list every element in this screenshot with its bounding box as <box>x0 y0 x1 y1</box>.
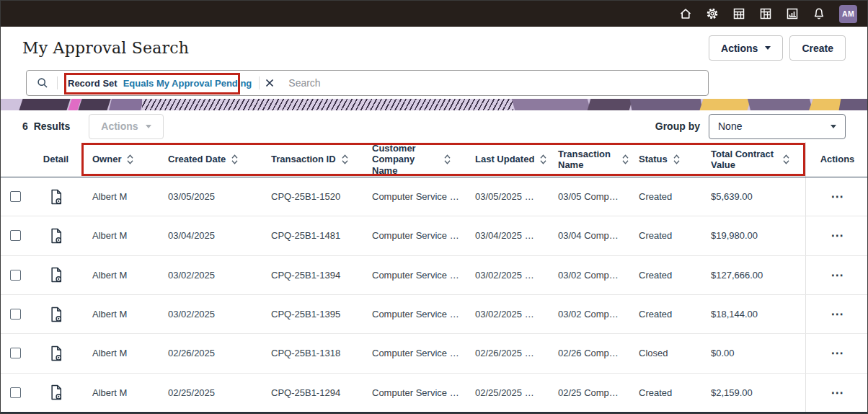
cell-transaction-id: CPQ-25B1-1318 <box>261 348 362 358</box>
page-title: My Approval Search <box>22 39 189 57</box>
cell-transaction-id: CPQ-25B1-1481 <box>261 230 362 241</box>
cell-status: Closed <box>629 348 701 358</box>
detail-document-icon[interactable] <box>50 189 63 205</box>
sort-icon[interactable] <box>342 154 348 164</box>
column-header-label: Last Updated <box>475 154 534 164</box>
column-header-transaction_name[interactable]: Transaction Name <box>548 142 629 177</box>
column-header-label: Total Contract Value <box>711 149 777 171</box>
sort-icon[interactable] <box>444 154 451 164</box>
table-row: Albert M 03/04/2025 CPQ-25B1-1481 Comput… <box>1 216 867 255</box>
banner-shape <box>109 99 143 110</box>
banner-hatch-pattern <box>142 99 513 110</box>
row-checkbox[interactable] <box>10 309 21 320</box>
cell-customer-company-name: Computer Service … <box>362 348 465 358</box>
bar-chart-icon[interactable] <box>786 7 799 20</box>
row-actions-ellipsis-icon[interactable]: ⋯ <box>825 188 850 206</box>
row-checkbox[interactable] <box>10 387 21 398</box>
row-checkbox[interactable] <box>10 348 21 358</box>
global-top-bar: AM <box>1 1 867 27</box>
table-row: Albert M 03/05/2025 CPQ-25B1-1520 Comput… <box>1 177 867 216</box>
sort-icon[interactable] <box>231 154 238 164</box>
cell-transaction-name: 03/02 Comp… <box>548 309 629 320</box>
table-actions-dropdown-button[interactable]: Actions <box>89 114 163 139</box>
sort-icon[interactable] <box>673 154 680 164</box>
detail-document-icon[interactable] <box>50 228 63 244</box>
cell-transaction-name: 03/04 Comp… <box>548 230 629 241</box>
cell-owner: Albert M <box>82 270 158 281</box>
column-header-status[interactable]: Status <box>629 142 701 177</box>
table-body: Albert M 03/05/2025 CPQ-25B1-1520 Comput… <box>1 177 867 412</box>
cell-owner: Albert M <box>82 348 158 358</box>
results-count-number: 6 <box>22 120 28 132</box>
cell-last-updated: 02/25/2025 … <box>465 387 548 398</box>
close-x-icon[interactable] <box>260 79 281 87</box>
column-header-select <box>1 142 30 177</box>
cell-total-contract-value: $2,159.00 <box>701 387 805 398</box>
banner-shape <box>78 99 110 110</box>
cell-status: Created <box>629 309 701 320</box>
cell-last-updated: 02/26/2025 … <box>465 348 548 358</box>
row-actions-ellipsis-icon[interactable]: ⋯ <box>825 305 850 323</box>
record-set-filter-chip[interactable]: Record Set Equals My Approval Pending <box>58 78 259 89</box>
sort-icon[interactable] <box>622 154 629 164</box>
actions-dropdown-button[interactable]: Actions <box>709 35 783 61</box>
filter-chip-field: Record Set <box>68 78 118 89</box>
column-header-created_date[interactable]: Created Date <box>158 142 261 177</box>
row-checkbox[interactable] <box>10 270 21 281</box>
column-header-last_updated[interactable]: Last Updated <box>465 142 548 177</box>
search-section: Record Set Equals My Approval Pending Se… <box>1 69 867 99</box>
detail-document-icon[interactable] <box>50 267 63 283</box>
table-grid-icon[interactable] <box>732 7 745 20</box>
pivot-grid-icon[interactable] <box>759 7 772 20</box>
actions-button-label: Actions <box>721 43 758 54</box>
cell-transaction-id: CPQ-25B1-1394 <box>261 270 362 281</box>
table-row: Albert M 03/02/2025 CPQ-25B1-1394 Comput… <box>1 256 867 295</box>
settings-gear-icon[interactable] <box>706 7 719 20</box>
row-checkbox[interactable] <box>10 191 21 202</box>
page-header: My Approval Search Actions Create <box>1 27 867 69</box>
create-button[interactable]: Create <box>789 35 846 61</box>
column-header-label: Owner <box>92 154 121 164</box>
cell-last-updated: 03/02/2025 … <box>465 270 548 281</box>
column-header-label: Actions <box>820 154 855 164</box>
decorative-banner <box>1 99 867 110</box>
cell-customer-company-name: Computer Service … <box>362 309 465 320</box>
cell-created-date: 02/26/2025 <box>158 348 261 358</box>
detail-document-icon[interactable] <box>50 384 63 400</box>
home-icon[interactable] <box>679 7 692 20</box>
cell-created-date: 03/02/2025 <box>158 270 261 281</box>
column-header-customer_company_name[interactable]: Customer Company Name <box>362 142 465 177</box>
row-actions-ellipsis-icon[interactable]: ⋯ <box>825 384 850 402</box>
column-header-label: Customer Company Name <box>372 143 438 176</box>
column-header-owner[interactable]: Owner <box>82 142 158 177</box>
sort-icon[interactable] <box>127 154 133 164</box>
row-actions-ellipsis-icon[interactable]: ⋯ <box>825 266 850 284</box>
cell-total-contract-value: $19,980.00 <box>701 230 805 241</box>
results-toolbar: 6 Results Actions Group by None <box>1 110 867 142</box>
search-placeholder-text: Search <box>288 77 320 89</box>
approvals-table: DetailOwnerCreated DateTransaction IDCus… <box>1 142 867 413</box>
user-avatar[interactable]: AM <box>839 5 857 23</box>
search-icon[interactable] <box>27 77 57 89</box>
column-header-transaction_id[interactable]: Transaction ID <box>261 142 362 177</box>
cell-last-updated: 03/02/2025 … <box>465 309 548 320</box>
table-row: Albert M 02/26/2025 CPQ-25B1-1318 Comput… <box>1 334 867 373</box>
banner-shape <box>699 99 750 110</box>
cell-customer-company-name: Computer Service … <box>362 230 465 241</box>
detail-document-icon[interactable] <box>50 307 63 322</box>
group-by-select[interactable]: None <box>709 114 846 139</box>
search-input[interactable]: Record Set Equals My Approval Pending Se… <box>26 70 709 96</box>
row-actions-ellipsis-icon[interactable]: ⋯ <box>825 226 850 245</box>
cell-total-contract-value: $5,639.00 <box>701 191 805 202</box>
column-header-label: Transaction Name <box>558 149 616 171</box>
row-actions-ellipsis-icon[interactable]: ⋯ <box>825 344 850 362</box>
cell-status: Created <box>629 387 701 398</box>
notifications-bell-icon[interactable] <box>812 7 825 20</box>
cell-total-contract-value: $127,666.00 <box>701 270 805 281</box>
sort-icon[interactable] <box>540 154 546 164</box>
banner-shape <box>630 99 703 110</box>
detail-document-icon[interactable] <box>50 345 63 361</box>
row-checkbox[interactable] <box>10 230 21 241</box>
sort-icon[interactable] <box>783 154 789 164</box>
column-header-total_contract_value[interactable]: Total Contract Value <box>701 142 805 177</box>
